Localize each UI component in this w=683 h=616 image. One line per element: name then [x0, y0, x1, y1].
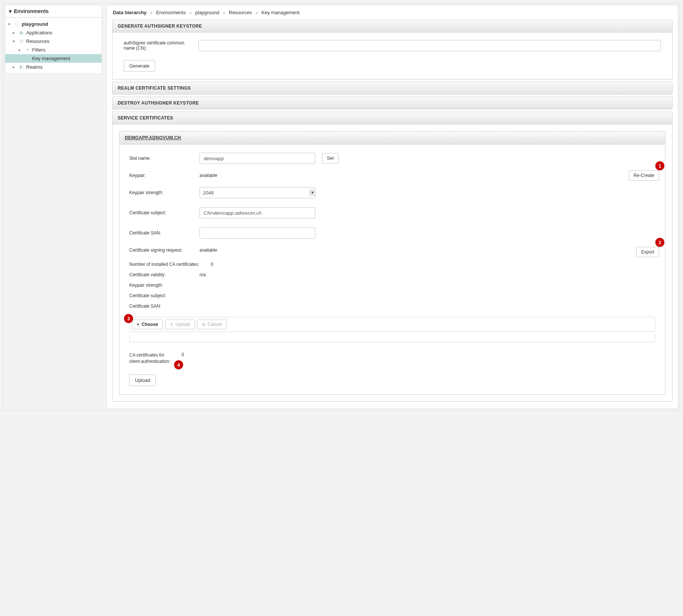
tree-node-playground[interactable]: ▾ ⬡ playground: [5, 20, 102, 28]
tree-node-applications[interactable]: ▸ ▦ Applications: [5, 28, 102, 37]
file-drop-area[interactable]: [129, 334, 655, 342]
breadcrumb: Data hierarchy » Environments » playgrou…: [112, 9, 673, 18]
chevron-right-icon: ▸: [19, 48, 22, 52]
choose-file-button[interactable]: + Choose: [132, 320, 163, 329]
generate-button[interactable]: Generate: [124, 60, 155, 72]
panel-destroy-authsigner: DESTROY AUTHSIGNER KEYSTORE: [112, 97, 673, 109]
breadcrumb-environments[interactable]: Environments: [156, 10, 186, 15]
panel-header-realm-cert[interactable]: REALM CERTIFICATE SETTINGS: [112, 82, 672, 94]
panel-header-service-certs[interactable]: SERVICE CERTIFICATES: [112, 112, 672, 124]
set-button[interactable]: Set: [322, 153, 339, 164]
chevron-right-icon: »: [189, 10, 192, 15]
keypair-label: Keypair:: [129, 173, 193, 178]
cert-subject2-label: Certificate subject:: [129, 293, 193, 298]
breadcrumb-playground[interactable]: playground: [195, 10, 219, 15]
sidebar: ▾ Environments ▾ ⬡ playground ▸ ▦ Applic…: [5, 5, 102, 74]
tree-node-realms[interactable]: ▸ ◧ Realms: [5, 63, 102, 71]
export-button[interactable]: Export: [636, 247, 659, 257]
chevron-right-icon: »: [150, 10, 152, 15]
environment-icon: ⬡: [14, 22, 19, 27]
upload-icon: ↥: [170, 322, 173, 327]
breadcrumb-current: Key management: [262, 10, 300, 15]
chevron-down-icon: ▾: [13, 39, 16, 43]
nav-tree: ▾ ⬡ playground ▸ ▦ Applications ▾ ⛁ Reso…: [5, 18, 102, 74]
cancel-file-button[interactable]: ⊘ Cancel: [197, 320, 226, 329]
chevron-right-icon: »: [223, 10, 225, 15]
main-content: Data hierarchy » Environments » playgrou…: [106, 5, 678, 409]
upload-file-button[interactable]: ↥ Upload: [165, 320, 195, 329]
file-upload-bar: + Choose ↥ Upload ⊘ Cancel: [129, 317, 655, 332]
tree-node-key-management[interactable]: Key management: [5, 54, 102, 63]
applications-icon: ▦: [19, 30, 24, 35]
realms-icon: ◧: [19, 65, 24, 70]
chevron-down-icon: ▼: [310, 189, 315, 196]
tree-node-filters[interactable]: ▸ ✦ Filters: [5, 46, 102, 54]
annotation-badge-2: 2: [655, 238, 664, 247]
cancel-icon: ⊘: [202, 322, 205, 327]
chevron-down-icon: ▾: [8, 22, 12, 26]
cert-san-input[interactable]: [200, 227, 315, 239]
annotation-badge-3: 3: [124, 314, 133, 323]
sidebar-title: Environments: [14, 8, 49, 14]
num-ca-value: 0: [211, 262, 327, 267]
cert-san-label: Certificate SAN:: [129, 230, 193, 236]
keypair-strength-select[interactable]: 2048 ▼: [200, 187, 315, 198]
cert-subject-input[interactable]: [200, 207, 315, 218]
service-host-header[interactable]: DEMOAPP.ADNOVUM.CH: [119, 131, 665, 144]
plus-icon: +: [137, 322, 139, 327]
upload-ca-button[interactable]: Upload: [129, 374, 156, 386]
csr-value: available: [200, 248, 315, 253]
cn-label: authSigner certificate common name (CN):: [124, 40, 191, 51]
resources-icon: ⛁: [19, 39, 24, 44]
sidebar-title-bar[interactable]: ▾ Environments: [5, 5, 102, 18]
recreate-button[interactable]: Re-Create: [629, 170, 659, 181]
panel-header-generate-authsigner[interactable]: GENERATE AUTHSIGNER KEYSTORE: [112, 20, 672, 32]
cn-input[interactable]: [198, 40, 661, 51]
cert-validity-value: n/a: [200, 272, 315, 277]
keypair-value: available: [200, 173, 315, 178]
panel-header-destroy-authsigner[interactable]: DESTROY AUTHSIGNER KEYSTORE: [112, 97, 672, 109]
panel-generate-authsigner: GENERATE AUTHSIGNER KEYSTORE authSigner …: [112, 20, 673, 80]
ca-client-auth-value: 0: [182, 352, 184, 357]
chevron-right-icon: »: [256, 10, 258, 15]
cert-validity-label: Certificate validity:: [129, 272, 193, 277]
chevron-right-icon: ▸: [13, 31, 16, 35]
annotation-badge-1: 1: [655, 161, 664, 170]
csr-label: Certificate signing request:: [129, 248, 193, 253]
slot-name-input[interactable]: [200, 153, 315, 164]
breadcrumb-root[interactable]: Data hierarchy: [113, 10, 146, 15]
cert-subject-label: Certificate subject:: [129, 210, 193, 215]
ca-client-auth-label: CA certificates for client authenticatio…: [129, 352, 174, 365]
annotation-badge-4: 4: [174, 360, 183, 369]
keypair-strength2-label: Keypair strength:: [129, 283, 193, 288]
tree-node-resources[interactable]: ▾ ⛁ Resources: [5, 37, 102, 46]
num-ca-label: Number of installed CA certificates:: [129, 262, 204, 267]
cert-san2-label: Certificate SAN:: [129, 304, 193, 309]
chevron-down-icon: ▾: [9, 8, 12, 14]
panel-realm-cert-settings: REALM CERTIFICATE SETTINGS: [112, 82, 673, 94]
breadcrumb-resources[interactable]: Resources: [229, 10, 252, 15]
keypair-strength-label: Keypair strength:: [129, 190, 193, 195]
filters-icon: ✦: [25, 47, 30, 53]
chevron-right-icon: ▸: [13, 65, 16, 69]
slot-name-label: Slot name:: [129, 156, 193, 161]
spacer-icon: [25, 56, 30, 61]
panel-service-certificates: SERVICE CERTIFICATES DEMOAPP.ADNOVUM.CH …: [112, 112, 673, 402]
